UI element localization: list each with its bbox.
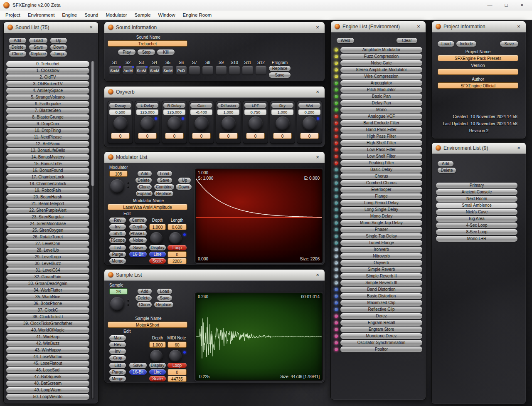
sound-replace-button[interactable]: Replace bbox=[29, 51, 47, 57]
modulator-depth-knob[interactable] bbox=[150, 232, 163, 245]
modulator-save-button[interactable]: Save bbox=[157, 178, 172, 183]
sound-load-button[interactable]: Load bbox=[29, 38, 47, 43]
slot-s3[interactable]: SmM bbox=[136, 66, 147, 75]
engine-list-item[interactable]: High Pass Filter bbox=[340, 134, 422, 139]
slot-s5[interactable]: SmM bbox=[163, 66, 173, 75]
sound-list-item[interactable]: 2. OldTV bbox=[6, 74, 89, 80]
modulator-select-knob[interactable] bbox=[110, 179, 124, 193]
modulator-16bit-button[interactable]: 16-Bit bbox=[129, 252, 147, 257]
menu-sample[interactable]: Sample bbox=[131, 12, 155, 17]
sample-midi-knob[interactable] bbox=[169, 350, 182, 362]
modulator-display[interactable]: 1.000 S: 1.000 E: 0.000 0.000 Size: 2206 bbox=[195, 168, 323, 263]
engine-list-item[interactable]: Basic Delay bbox=[340, 167, 422, 173]
environment-list-item[interactable]: Next Room bbox=[436, 196, 517, 202]
engine-list-item[interactable]: Mono bbox=[340, 107, 422, 113]
gain-knob[interactable] bbox=[195, 116, 209, 131]
knob-field[interactable]: 0 bbox=[273, 133, 292, 139]
modulator-name-field[interactable]: LaserWaa AmM Amplitude bbox=[108, 204, 187, 210]
sound-list-item[interactable]: 9. DropCoin bbox=[6, 121, 89, 127]
engine-list-item[interactable]: Single Tap Delay bbox=[340, 233, 422, 239]
engine-list-item[interactable]: Low Shelf Filter bbox=[340, 153, 422, 159]
sample-delete-button[interactable]: Delete bbox=[135, 295, 152, 301]
modulator-delete-button[interactable]: Delete bbox=[135, 178, 152, 183]
close-icon[interactable]: × bbox=[314, 154, 321, 160]
modulator-centre-button[interactable]: Centre bbox=[129, 218, 147, 223]
modulator-inv-button[interactable]: Inv bbox=[109, 224, 126, 230]
environment-list-item[interactable]: Ancient Console bbox=[436, 189, 517, 195]
modulator-tscope-button[interactable]: TScope bbox=[109, 238, 126, 243]
engine-list-item[interactable]: Noise Gate bbox=[340, 60, 422, 66]
sound-list-item[interactable]: 0. Trebuchet bbox=[6, 61, 89, 67]
sample-save2-button[interactable]: Save bbox=[129, 363, 147, 368]
sound-list-item[interactable]: 24. SirenMoonbase bbox=[6, 221, 89, 227]
engine-list-item[interactable]: Simple Reverb III bbox=[340, 280, 422, 286]
diffusion-knob[interactable] bbox=[222, 116, 236, 131]
modulator-edit-button[interactable]: Edit bbox=[123, 211, 131, 216]
sample-display[interactable]: 0.240 00:01.014 -0.225 Size: 44736 [1789… bbox=[195, 292, 323, 381]
engine-list-item[interactable]: Simple Reverb bbox=[340, 267, 422, 272]
engine-list-item[interactable]: Basic Pan bbox=[340, 94, 422, 99]
engine-list-item[interactable]: Long Single Delay bbox=[340, 207, 422, 213]
engine-list-item[interactable]: Mono Single Tap Delay bbox=[340, 220, 422, 226]
sound-list-item[interactable]: 8. BlasterGrunge bbox=[6, 114, 89, 120]
play-button[interactable]: Play bbox=[118, 50, 135, 55]
engine-list-item[interactable]: Analogue VCF bbox=[340, 114, 422, 119]
knob-field[interactable]: 0 bbox=[246, 133, 265, 139]
sound-list-item[interactable]: 36. BobsPhone bbox=[6, 301, 89, 307]
sound-list-item[interactable]: 16. BonusFound bbox=[6, 168, 89, 173]
engine-list-header[interactable]: Engine List (Environment) × bbox=[331, 21, 426, 32]
oxyverb-header[interactable]: Oxyverb × bbox=[104, 87, 325, 98]
knob-field[interactable]: 0 bbox=[300, 133, 319, 139]
engine-list-item[interactable]: Oscillator Synchronisation bbox=[340, 340, 422, 346]
r-delay-knob[interactable] bbox=[167, 116, 182, 131]
close-icon[interactable]: × bbox=[314, 272, 321, 278]
project-save-button[interactable]: Save bbox=[500, 41, 518, 47]
l-delay-knob[interactable] bbox=[140, 116, 155, 131]
sound-list-item[interactable]: 25. SirenOxygen bbox=[6, 228, 89, 233]
environment-delete-button[interactable]: Delete bbox=[438, 168, 456, 173]
environment-list-item[interactable]: 8-Sec Loop bbox=[436, 229, 517, 235]
engine-list-item[interactable]: Phaser bbox=[340, 227, 422, 233]
sample-depth-value-field[interactable]: 1.000 bbox=[149, 342, 166, 348]
sample-add-button[interactable]: Add bbox=[138, 289, 152, 294]
modulator-loop-button[interactable]: Loop bbox=[167, 245, 187, 250]
sound-list-item[interactable]: 32. GroanPain bbox=[6, 274, 89, 280]
sound-list-item[interactable]: 13. BonusLifeBells bbox=[6, 148, 89, 153]
modulator-up-button[interactable]: Up bbox=[178, 178, 191, 183]
sound-list-item[interactable]: 3. OldBrokenTV bbox=[6, 81, 89, 87]
sound-list-item[interactable]: 46. LoseSad bbox=[6, 367, 89, 373]
sound-list-item[interactable]: 39. ClockTicksGrandfather bbox=[6, 321, 89, 327]
project-name-field[interactable]: SFXEngine Pack Presets bbox=[438, 55, 518, 61]
sound-list-item[interactable]: 43. WinHappy bbox=[6, 347, 89, 353]
engine-list-item[interactable]: Arpeggiator bbox=[340, 80, 422, 86]
knob-field[interactable]: 0 bbox=[219, 133, 238, 139]
engine-list-item[interactable]: Simple Reverb II bbox=[340, 273, 422, 279]
sound-list-item[interactable]: 28. LevelUp bbox=[6, 248, 89, 253]
slot-s2[interactable]: AmM bbox=[123, 66, 133, 75]
sound-list-item[interactable]: 4. ArtillerySpace bbox=[6, 88, 89, 94]
sample-max-button[interactable]: Max bbox=[109, 335, 126, 341]
modulator-display-button[interactable]: Display bbox=[149, 245, 166, 250]
engine-list-item[interactable]: Engram Store bbox=[340, 327, 422, 332]
sample-edit-button[interactable]: Edit bbox=[123, 329, 131, 334]
sound-list-item[interactable]: 7. BlasterSten bbox=[6, 108, 89, 114]
sound-list-item[interactable]: 42. WinBuzz bbox=[6, 341, 89, 347]
engine-list-item[interactable]: Basic Distortion bbox=[340, 293, 422, 299]
sound-clone-button[interactable]: Clone bbox=[9, 51, 26, 57]
sound-name-field[interactable]: Trebuchet bbox=[108, 40, 187, 47]
sound-list-item[interactable]: 11. NextPlease bbox=[6, 134, 89, 140]
sound-list-item[interactable]: 18. ChamberUnlock bbox=[6, 181, 89, 187]
sample-merge-button[interactable]: Merge bbox=[109, 376, 126, 381]
sound-list-item[interactable]: 1. Crossbow bbox=[6, 68, 89, 74]
sound-list-item[interactable]: 29. LevelLogo bbox=[6, 254, 89, 260]
sample-replace-button[interactable]: Replace bbox=[154, 302, 173, 307]
menu-project[interactable]: Project bbox=[2, 12, 24, 17]
sample-number-field[interactable]: 26 bbox=[109, 288, 128, 295]
engine-list-item[interactable]: Positor bbox=[340, 347, 422, 352]
sample-save-button[interactable]: Save bbox=[157, 295, 172, 301]
close-icon[interactable]: × bbox=[515, 23, 522, 30]
scrollbar-thumb[interactable] bbox=[91, 61, 94, 186]
menu-engine[interactable]: Engine bbox=[58, 12, 81, 17]
sound-list-item[interactable]: 50. LoopWeirdo bbox=[6, 394, 89, 400]
slot-s10[interactable] bbox=[229, 66, 240, 75]
